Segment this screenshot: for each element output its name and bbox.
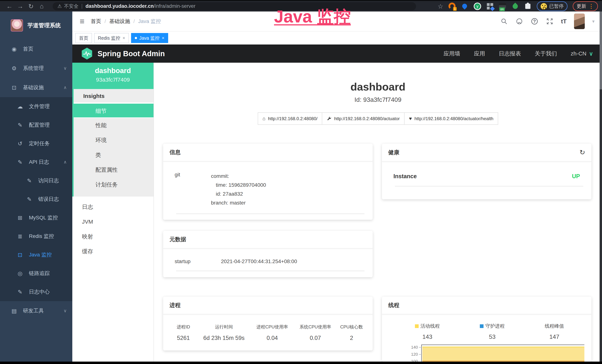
dashboard-icon [11, 46, 17, 52]
extension-icon-grid[interactable] [486, 3, 494, 10]
avatar-caret-icon[interactable] [592, 19, 595, 24]
sidebar-item-log-center[interactable]: 日志中心 [0, 283, 72, 301]
sba-item-environment[interactable]: 环境 [74, 133, 153, 148]
browser-home-button[interactable] [36, 3, 47, 10]
close-icon[interactable]: × [162, 35, 164, 41]
extension-icon-y[interactable]: y [474, 3, 481, 10]
actuator-url-button[interactable]: http://192.168.0.2:48080/actuator [322, 112, 405, 125]
browser-update-button[interactable]: 更新 [573, 1, 598, 11]
extension-icon-pin[interactable] [461, 3, 469, 10]
extension-icon-leaf[interactable] [512, 3, 519, 10]
sba-item-logs[interactable]: 日志 [72, 200, 153, 214]
sidebar-item-scheduled-jobs[interactable]: 定时任务 [0, 134, 72, 153]
scrollbar[interactable] [600, 11, 602, 362]
sidebar-item-dev-tools[interactable]: 研发工具 [0, 301, 72, 321]
help-icon[interactable]: ? [531, 17, 538, 25]
page-title: dashboard [154, 80, 602, 93]
sidebar-item-error-logs[interactable]: 错误日志 [0, 190, 72, 208]
browser-reload-button[interactable] [26, 3, 36, 10]
bookmark-star-icon[interactable] [438, 3, 443, 10]
sba-item-jvm[interactable]: JVM [72, 214, 153, 229]
sba-nav-wallboard[interactable]: 应用墙 [443, 50, 460, 57]
hamburger-icon[interactable] [80, 17, 85, 26]
edit-icon [17, 159, 23, 165]
info-key: git [175, 172, 211, 207]
metadata-card-title: 元数据 [163, 231, 373, 248]
legend-swatch-yellow [415, 324, 419, 328]
sba-item-details[interactable]: 细节 [74, 103, 153, 118]
process-pid: 5261 [169, 335, 198, 341]
browser-address-bar[interactable]: 不安全 dashboard.yudao.iocoder.cn /infra/ad… [53, 2, 416, 11]
scrollbar-thumb[interactable] [600, 11, 602, 89]
sba-item-mappings[interactable]: 映射 [72, 229, 153, 244]
edit-icon [26, 177, 33, 184]
sba-sidebar: dashboard 93a3fc7f7409 Insights 细节 性能 环境… [72, 63, 154, 362]
sba-brand[interactable]: Spring Boot Admin [81, 47, 165, 60]
sidebar-item-config-manage[interactable]: 配置管理 [0, 116, 72, 134]
font-size-icon[interactable] [561, 18, 567, 25]
fullscreen-icon[interactable] [546, 17, 554, 25]
update-label: 更新 [577, 3, 586, 10]
section-title-insights[interactable]: Insights [74, 89, 153, 103]
process-cores: 2 [336, 335, 367, 341]
sidebar-item-file-manage[interactable]: 文件管理 [0, 97, 72, 116]
tag-view-bar: 首页 Redis 监控 × Java 监控 × [72, 32, 602, 44]
sba-item-config-props[interactable]: 配置属性 [74, 162, 153, 177]
sba-nav-about[interactable]: 关于我们 [535, 50, 557, 57]
sidebar-item-tracing[interactable]: 链路追踪 [0, 264, 72, 283]
insecure-label[interactable]: 不安全 [64, 3, 78, 10]
process-card-title: 进程 [163, 297, 373, 314]
app-logo-row[interactable]: 芋道管理系统 [0, 11, 72, 39]
process-col-pid: 进程ID [169, 324, 198, 330]
sidebar-item-home[interactable]: 首页 [0, 39, 72, 59]
service-url-button[interactable]: ⌂ http://192.168.0.2:48080/ [258, 112, 322, 125]
tab-home[interactable]: 首页 [75, 33, 92, 43]
instance-header[interactable]: dashboard 93a3fc7f7409 [72, 63, 153, 89]
peak-threads-value: 147 [545, 333, 564, 340]
user-avatar[interactable] [574, 13, 585, 29]
profile-paused-chip[interactable]: 已暂停 [537, 1, 568, 11]
browser-menu-icon[interactable] [589, 3, 594, 10]
sidebar-item-access-logs[interactable]: 访问日志 [0, 171, 72, 190]
sidebar-item-system[interactable]: 系统管理 [0, 59, 72, 78]
legend-swatch-blue [480, 324, 484, 328]
sba-item-metrics[interactable]: 性能 [74, 118, 153, 133]
health-url-button[interactable]: ♥ http://192.168.0.2:48080/actuator/heal… [404, 112, 498, 125]
monitor-icon [11, 84, 17, 91]
threads-chart: 140 120 100 [382, 343, 591, 362]
browser-forward-button[interactable] [15, 3, 26, 10]
search-icon[interactable] [500, 17, 508, 25]
sidebar-item-redis-monitor[interactable]: Redis 监控 [0, 227, 72, 246]
extension-badge-on: on [499, 7, 505, 11]
extensions-puzzle-icon[interactable] [524, 3, 532, 10]
breadcrumb-home[interactable]: 首页 [91, 18, 101, 25]
edit-icon [26, 196, 33, 203]
legend-live-threads: 活动线程 143 [415, 323, 440, 340]
sidebar-item-api-logs[interactable]: API 日志 [0, 153, 72, 171]
breadcrumb-infra[interactable]: 基础设施 [109, 18, 130, 25]
sba-nav-applications[interactable]: 应用 [474, 50, 485, 57]
tab-java-monitor[interactable]: Java 监控 × [131, 33, 168, 43]
close-icon[interactable]: × [123, 35, 125, 41]
sba-nav-journal[interactable]: 日志报表 [499, 50, 521, 57]
extension-icon-colorpicker[interactable]: 1 [449, 3, 456, 10]
threads-legend: 活动线程 143 守护进程 53 线程峰值 147 [382, 314, 591, 340]
extension-icon-onetab[interactable]: on [499, 3, 506, 10]
github-icon[interactable] [516, 17, 523, 25]
sba-language-select[interactable]: zh-CN [571, 50, 593, 57]
health-history-icon[interactable] [580, 149, 585, 156]
chevron-down-icon [589, 50, 593, 57]
health-card-title: 健康 [388, 149, 399, 156]
sba-item-caches[interactable]: 缓存 [72, 244, 153, 259]
heart-icon: ♥ [409, 116, 412, 121]
sba-navbar: Spring Boot Admin 应用墙 应用 日志报表 关于我们 zh-CN [72, 44, 602, 63]
browser-back-button[interactable] [4, 3, 15, 10]
sba-item-scheduled-tasks[interactable]: 计划任务 [74, 177, 153, 192]
sidebar-item-java-monitor[interactable]: Java 监控 [0, 246, 72, 264]
mysql-monitor-icon [17, 214, 23, 221]
process-col-cores: CPU核心数 [336, 324, 367, 330]
sba-item-classes[interactable]: 类 [74, 148, 153, 162]
sidebar-item-infra[interactable]: 基础设施 [0, 78, 72, 97]
sidebar-item-mysql-monitor[interactable]: MySQL 监控 [0, 208, 72, 227]
tab-redis-monitor[interactable]: Redis 监控 × [94, 33, 129, 43]
